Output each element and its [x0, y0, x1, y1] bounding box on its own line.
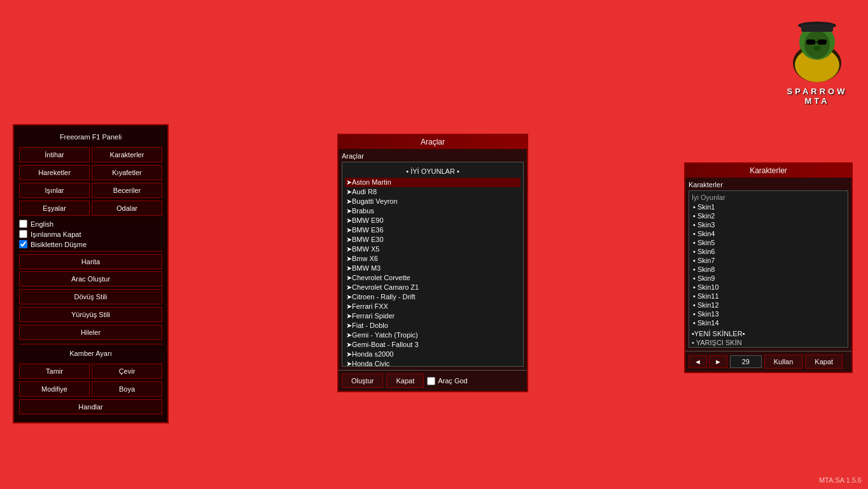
vehicle-list-item[interactable]: ➤Honda s2000 — [345, 350, 521, 359]
esyalar-button[interactable]: Eşyalar — [19, 201, 90, 216]
arac-god-checkbox[interactable] — [427, 377, 435, 385]
iyi-oyunlar-section: İyi Oyunlar — [692, 194, 845, 201]
characters-window: Karakterler Karakterler İyi Oyunlar • Sk… — [684, 162, 853, 373]
karakterler-button[interactable]: Karakterler — [92, 147, 162, 162]
chars-list-item[interactable]: • Skin14 — [692, 318, 845, 327]
chars-list-item[interactable]: • Skin4 — [692, 229, 845, 238]
chars-next-button[interactable]: ► — [709, 355, 727, 368]
chars-list-item[interactable]: • Skin9 — [692, 274, 845, 283]
chars-list[interactable]: İyi Oyunlar • Skin1• Skin2• Skin3• Skin4… — [689, 191, 848, 347]
modifiye-button[interactable]: Modifiye — [19, 381, 90, 397]
chars-list-item[interactable]: • Skin12 — [692, 301, 845, 309]
chars-list-item[interactable]: • Skin10 — [692, 283, 845, 292]
arac-god-checkbox-row: Araç God — [427, 377, 467, 385]
tamir-button[interactable]: Tamir — [19, 364, 90, 379]
vehicle-list-item[interactable]: ➤BMW E36 — [345, 225, 521, 235]
vehicle-list-item[interactable]: ➤Aston Martin — [345, 178, 521, 187]
kiyafetler-button[interactable]: Kıyafetler — [92, 165, 162, 180]
panel-title: Freeoram F1 Paneli — [19, 131, 162, 143]
vehicle-list-item[interactable]: ➤Bmw X6 — [345, 254, 521, 264]
vehicle-list-item[interactable]: ➤Chevrolet Corvette — [345, 273, 521, 283]
svg-point-7 — [813, 46, 821, 51]
chars-list-item[interactable]: • Skin5 — [692, 238, 845, 247]
vehicle-list-item[interactable]: ➤Ferrari FXX — [345, 302, 521, 311]
vehicle-list-item[interactable]: ➤BMW X5 — [345, 244, 521, 254]
vehicle-list-container: • İYİ OYUNLAR • ➤Aston Martin➤Audi R8➤Bu… — [342, 162, 524, 367]
hileler-button[interactable]: Hileler — [19, 325, 162, 340]
svg-rect-5 — [818, 39, 827, 45]
chars-list-item[interactable]: • Skin13 — [692, 309, 845, 318]
beceriler-button[interactable]: Beceriler — [92, 183, 162, 198]
chars-list-label: Karakterler — [689, 181, 848, 188]
vehicle-list[interactable]: • İYİ OYUNLAR • ➤Aston Martin➤Audi R8➤Bu… — [342, 162, 523, 366]
vehicle-list-item[interactable]: ➤BMW M3 — [345, 264, 521, 273]
vehicle-window-title: Araçlar — [339, 135, 527, 149]
vehicle-list-item[interactable]: ➤Citroen - Rally - Drift — [345, 292, 521, 302]
chars-footer: ◄ ► Kullan Kapat — [685, 351, 851, 372]
chars-list-item[interactable]: • Skin7 — [692, 256, 845, 265]
logo-text: SPARROW MTA — [787, 87, 848, 106]
intihar-button[interactable]: İntihar — [19, 147, 90, 162]
vehicle-list-item[interactable]: ➤Gemi - Yatch (Tropic) — [345, 330, 521, 340]
vehicle-list-item[interactable]: ➤Bugatti Veyron — [345, 197, 521, 206]
characters-window-title: Karakterler — [685, 164, 851, 178]
olustur-button[interactable]: Oluştur — [342, 374, 383, 388]
kapat-chars-button[interactable]: Kapat — [805, 355, 843, 369]
chars-list-item[interactable]: • Skin2 — [692, 211, 845, 220]
yuruyus-stili-button[interactable]: Yürüyüş Stili — [19, 307, 162, 322]
kamber-ayari-title: Kamber Ayarı — [19, 347, 162, 360]
vehicle-list-item[interactable]: ➤Gemi-Boat - Fallout 3 — [345, 340, 521, 350]
harita-button[interactable]: Harita — [19, 254, 162, 269]
logo-area: SPARROW MTA — [773, 6, 862, 108]
isinlanma-kapat-label: Işınlanma Kapat — [31, 230, 81, 238]
isinlanma-kapat-checkbox[interactable] — [19, 230, 27, 238]
chars-list-item[interactable]: • Skin11 — [692, 292, 845, 301]
vehicle-list-item[interactable]: ➤Audi R8 — [345, 187, 521, 197]
vehicle-list-item[interactable]: ➤Chevrolet Camaro Z1 — [345, 283, 521, 292]
isinlar-button[interactable]: Işınlar — [19, 183, 90, 198]
svg-rect-9 — [801, 24, 833, 32]
english-checkbox[interactable] — [19, 220, 27, 228]
hareketler-button[interactable]: Hareketler — [19, 165, 90, 180]
handlar-button[interactable]: Handlar — [19, 399, 162, 415]
chars-list-item[interactable]: • Skin8 — [692, 265, 845, 274]
yeni-skinler-section: •YENİ SKİNLER• — [692, 330, 845, 337]
chars-list-item[interactable]: • Skin6 — [692, 247, 845, 256]
vehicle-list-item[interactable]: ➤BMW E90 — [345, 216, 521, 225]
kullan-button[interactable]: Kullan — [764, 355, 803, 369]
odalar-button[interactable]: Odalar — [92, 201, 162, 216]
logo-character-svg — [782, 9, 852, 85]
boya-button[interactable]: Boya — [92, 381, 162, 397]
chars-list-item[interactable]: • Skin3 — [692, 220, 845, 229]
yarisci-skin-section: • YARIŞCI SKİN — [692, 339, 845, 346]
dovus-stili-button[interactable]: Dövüş Stili — [19, 289, 162, 304]
cevir-button[interactable]: Çevir — [92, 364, 162, 379]
chars-nav-arrows: ◄ ► — [689, 355, 727, 368]
arac-god-label: Araç God — [438, 377, 467, 385]
vehicle-window: Araçlar Araçlar • İYİ OYUNLAR • ➤Aston M… — [337, 134, 528, 392]
chars-prev-button[interactable]: ◄ — [689, 355, 707, 368]
vehicle-list-label: Araçlar — [342, 152, 524, 160]
vehicle-window-footer: Oluştur Kapat Araç God — [339, 370, 527, 391]
vehicle-list-item[interactable]: ➤Honda Civic — [345, 359, 521, 366]
vehicle-section-header: • İYİ OYUNLAR • — [345, 167, 521, 175]
vehicle-list-item[interactable]: ➤Fiat - Doblo — [345, 321, 521, 330]
arac-olustur-button[interactable]: Arac Oluştur — [19, 271, 162, 287]
vehicle-list-item[interactable]: ➤BMW E30 — [345, 235, 521, 244]
vehicle-list-item[interactable]: ➤Ferrari Spider — [345, 311, 521, 321]
svg-rect-4 — [806, 39, 815, 45]
chars-list-item[interactable]: • Skin1 — [692, 202, 845, 211]
left-panel: Freeoram F1 Paneli İntihar Karakterler H… — [13, 124, 169, 423]
vehicle-list-item[interactable]: ➤Brabus — [345, 206, 521, 216]
bisikletten-dusme-checkbox[interactable] — [19, 240, 27, 248]
english-label: English — [31, 220, 53, 228]
chars-list-container: İyi Oyunlar • Skin1• Skin2• Skin3• Skin4… — [689, 190, 848, 348]
mta-version: MTA:SA 1.5.6 — [819, 476, 862, 484]
kapat-vehicle-button[interactable]: Kapat — [386, 374, 424, 388]
bisikletten-dusme-label: Bisikletten Düşme — [31, 241, 87, 248]
chars-id-input[interactable] — [730, 355, 762, 368]
